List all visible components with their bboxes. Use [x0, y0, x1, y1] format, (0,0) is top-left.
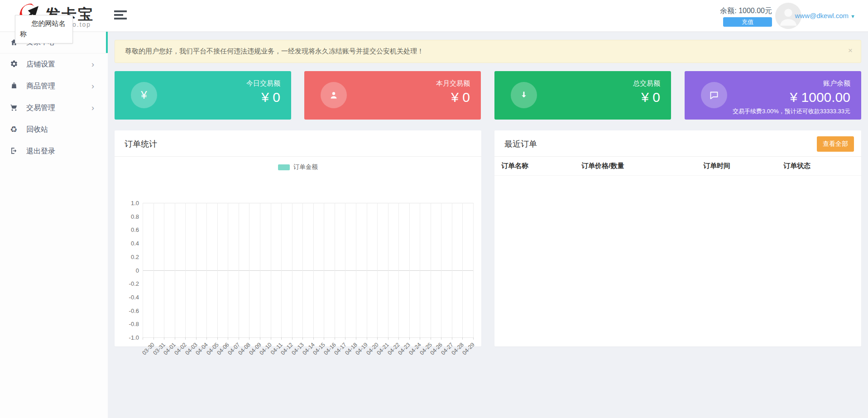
user-icon [321, 82, 347, 108]
chevron-down-icon: ▼ [850, 14, 855, 19]
y-axis-tick-label: 0.6 [119, 226, 139, 233]
sidebar-item-recycle[interactable]: ♻回收站 [0, 119, 108, 140]
close-icon[interactable]: × [848, 46, 853, 55]
y-axis-tick-label: -0.2 [119, 280, 139, 287]
chart-plot-area: 1.00.80.60.40.20-0.2-0.4-0.6-0.8-1.003-3… [115, 157, 481, 346]
grid-line-vertical [335, 203, 335, 337]
x-axis-tick [335, 337, 335, 340]
grid-line-vertical [196, 203, 197, 337]
menu-toggle-icon[interactable] [114, 10, 127, 21]
stat-card-4: 账户余额¥ 1000.00交易手续费3.00%，预计还可收款33333.33元 [685, 71, 861, 120]
y-axis-tick-label: 0 [119, 267, 139, 274]
x-axis-tick [143, 337, 143, 340]
x-axis-date-label: 04-02 [173, 341, 188, 356]
x-axis-tick [153, 337, 154, 340]
yen-icon: ¥ [131, 82, 157, 108]
stat-card-label: 账户余额 [733, 79, 850, 88]
x-axis-tick [271, 337, 271, 340]
x-axis-tick [324, 337, 324, 340]
stat-card-1: ¥今日交易额¥ 0 [115, 71, 291, 120]
recent-orders-header: 最近订单 查看全部 [494, 130, 861, 157]
y-axis-tick-label: 0.2 [119, 253, 139, 260]
stat-card-text: 账户余额¥ 1000.00交易手续费3.00%，预计还可收款33333.33元 [733, 79, 850, 115]
grid-line-vertical [313, 203, 314, 337]
recycle-icon: ♻ [10, 125, 19, 134]
user-email-text: www@dkewl.com [795, 12, 849, 19]
grid-line-vertical [409, 203, 410, 337]
x-axis-tick [462, 337, 463, 340]
sidebar-item-label: 交易管理 [26, 103, 55, 113]
sidebar-nav: 卖家中心店铺设置›商品管理›交易管理›♻回收站退出登录 [0, 32, 108, 418]
grid-line-horizontal [143, 337, 473, 338]
x-axis-tick [302, 337, 303, 340]
view-all-button[interactable]: 查看全部 [817, 136, 854, 152]
grid-line-vertical [388, 203, 388, 337]
stat-card-text: 本月交易额¥ 0 [436, 79, 470, 105]
grid-line-vertical [164, 203, 164, 337]
sidebar-item-label: 退出登录 [26, 147, 55, 156]
x-axis-tick [345, 337, 345, 340]
x-axis-date-label: 03-30 [141, 341, 156, 356]
arrow-down-icon [511, 82, 537, 108]
gear-icon [10, 60, 19, 69]
grid-line-vertical [431, 203, 431, 337]
x-axis-date-label: 04-24 [408, 341, 422, 356]
recent-orders-panel: 最近订单 查看全部 订单名称订单价格/数量订单时间订单状态 [494, 130, 861, 346]
orders-column-header: 订单价格/数量 [581, 162, 703, 170]
grid-line-vertical [441, 203, 441, 337]
stat-card-value: ¥ 0 [633, 90, 660, 105]
orders-table-header-row: 订单名称订单价格/数量订单时间订单状态 [494, 157, 861, 176]
y-axis-tick-label: 0.4 [119, 240, 139, 247]
sidebar-item-bag[interactable]: 商品管理› [0, 75, 108, 97]
grid-line-vertical [345, 203, 345, 337]
grid-line-vertical [462, 203, 463, 337]
sidebar-item-logout[interactable]: 退出登录 [0, 140, 108, 162]
recent-orders-title: 最近订单 [504, 139, 537, 149]
x-axis-tick [431, 337, 431, 340]
sidebar-item-gear[interactable]: 店铺设置› [0, 53, 108, 75]
logout-icon [10, 147, 19, 156]
y-axis-tick-label: -0.8 [119, 321, 139, 327]
grid-line-vertical [377, 203, 378, 337]
y-axis-tick-label: -0.4 [119, 293, 139, 300]
x-axis-tick [367, 337, 367, 340]
order-stats-header: 订单统计 [115, 130, 481, 157]
grid-line-vertical [324, 203, 324, 337]
grid-line-vertical [175, 203, 175, 337]
order-stats-title: 订单统计 [125, 139, 157, 149]
user-menu[interactable]: www@dkewl.com▼ [795, 12, 855, 19]
zero-axis-line [143, 270, 473, 271]
y-axis-tick-label: -0.6 [119, 307, 139, 314]
x-axis-date-label: 04-13 [290, 341, 305, 356]
stat-card-text: 今日交易额¥ 0 [246, 79, 280, 105]
x-axis-tick [164, 337, 164, 340]
x-axis-tick [398, 337, 399, 340]
x-axis-tick [441, 337, 441, 340]
cart-icon [10, 103, 19, 112]
grid-line-vertical [185, 203, 186, 337]
y-axis-tick-label: 1.0 [119, 200, 139, 207]
recharge-button[interactable]: 充值 [723, 17, 772, 27]
grid-line-vertical [260, 203, 260, 337]
stat-card-text: 总交易额¥ 0 [633, 79, 660, 105]
sidebar-item-cart[interactable]: 交易管理› [0, 97, 108, 119]
x-axis-tick [292, 337, 293, 340]
stat-card-value: ¥ 0 [436, 90, 470, 105]
stat-card-2: 本月交易额¥ 0 [304, 71, 481, 120]
order-stats-chart: 订单金额 1.00.80.60.40.20-0.2-0.4-0.6-0.8-1.… [115, 157, 481, 346]
x-axis-tick [313, 337, 314, 340]
grid-line-vertical [249, 203, 249, 337]
bag-icon [10, 82, 19, 91]
stat-card-label: 今日交易额 [246, 79, 280, 88]
stat-card-label: 本月交易额 [436, 79, 470, 88]
orders-column-header: 订单名称 [501, 162, 581, 170]
x-axis-tick [420, 337, 420, 340]
x-axis-tick [388, 337, 388, 340]
x-axis-tick [206, 337, 207, 340]
x-axis-tick [281, 337, 282, 340]
y-axis-tick-label: 0.8 [119, 213, 139, 220]
x-axis-tick [228, 337, 228, 340]
orders-column-header: 订单状态 [783, 162, 810, 170]
sidebar-item-label: 回收站 [26, 125, 48, 135]
x-axis-tick [239, 337, 239, 340]
